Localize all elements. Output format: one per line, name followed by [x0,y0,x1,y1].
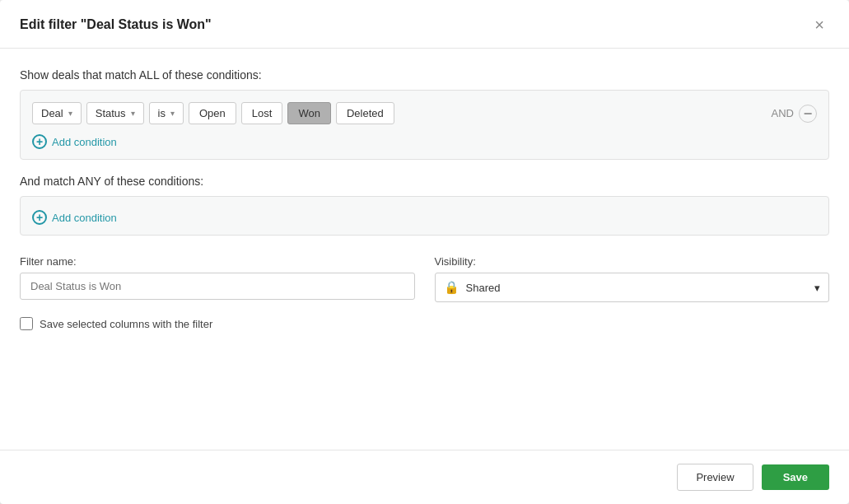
close-button[interactable]: × [809,15,829,35]
subject-label: Deal [41,107,63,119]
modal-body: Show deals that match ALL of these condi… [0,49,849,430]
filter-name-col: Filter name: [20,255,415,302]
any-add-condition-button[interactable]: + Add condition [32,208,117,226]
field-dropdown[interactable]: Status ▾ [86,102,144,124]
modal-header: Edit filter "Deal Status is Won" × [0,0,849,49]
modal-title: Edit filter "Deal Status is Won" [20,17,212,32]
status-lost-button[interactable]: Lost [241,102,283,124]
and-remove-group: AND − [772,105,817,123]
operator-label: is [158,107,166,119]
add-condition-icon: + [32,134,47,149]
subject-dropdown[interactable]: Deal ▾ [32,102,82,124]
status-deleted-button[interactable]: Deleted [336,102,394,124]
status-won-button[interactable]: Won [287,102,331,124]
field-arrow: ▾ [131,109,135,118]
visibility-value: Shared [466,282,501,294]
remove-icon: − [804,106,813,121]
visibility-arrow: ▾ [814,282,820,294]
operator-dropdown[interactable]: is ▾ [149,102,184,124]
status-open-button[interactable]: Open [189,102,236,124]
edit-filter-modal: Edit filter "Deal Status is Won" × Show … [0,0,849,504]
all-conditions-block: Deal ▾ Status ▾ is ▾ Open Lost Won Delet… [20,90,829,160]
preview-button[interactable]: Preview [677,464,753,491]
operator-arrow: ▾ [170,109,175,118]
filter-name-section: Filter name: Visibility: 🔒 Shared ▾ [20,255,829,302]
all-add-condition-button[interactable]: + Add condition [32,133,117,151]
any-conditions-label: And match ANY of these conditions: [20,175,829,188]
save-columns-label: Save selected columns with the filter [40,318,212,330]
all-conditions-label: Show deals that match ALL of these condi… [20,68,829,82]
filter-name-field-label: Filter name: [20,255,415,268]
save-columns-row: Save selected columns with the filter [20,317,829,330]
save-button[interactable]: Save [762,464,829,490]
field-label: Status [96,107,126,119]
any-add-condition-icon: + [32,210,47,225]
modal-footer: Preview Save [0,450,849,504]
visibility-icon: 🔒 [444,280,459,295]
any-add-condition-label: Add condition [52,212,117,224]
all-add-condition-label: Add condition [52,136,117,148]
and-label: AND [772,107,794,119]
visibility-dropdown[interactable]: 🔒 Shared ▾ [435,273,830,302]
visibility-col: Visibility: 🔒 Shared ▾ [435,255,830,302]
visibility-select-inner: 🔒 Shared [444,280,501,295]
remove-condition-button[interactable]: − [799,105,817,123]
filter-name-input[interactable] [20,273,415,300]
subject-arrow: ▾ [68,109,72,118]
any-conditions-block: + Add condition [20,196,829,236]
visibility-field-label: Visibility: [435,255,830,268]
condition-row: Deal ▾ Status ▾ is ▾ Open Lost Won Delet… [32,102,817,124]
save-columns-checkbox[interactable] [20,317,33,330]
